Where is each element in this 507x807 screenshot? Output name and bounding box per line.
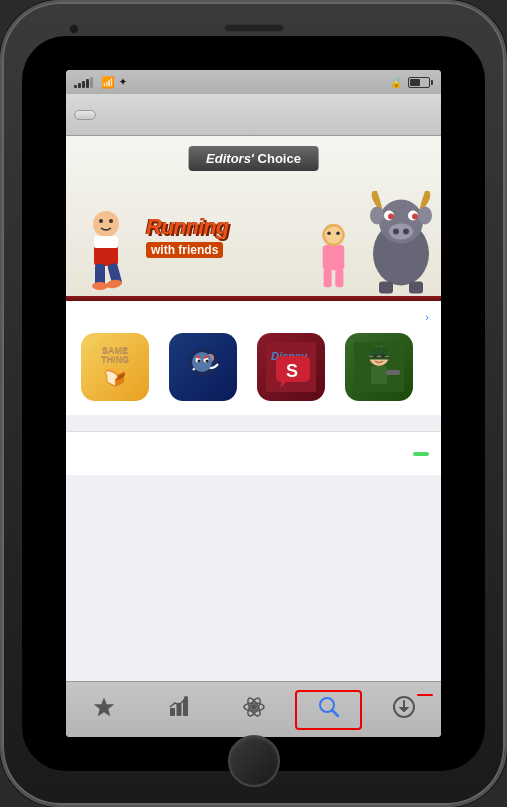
phone-outer: 📶 ✦ 🔒 <box>0 0 507 807</box>
svg-point-32 <box>192 352 212 372</box>
running-text: Running <box>146 214 228 240</box>
character-left <box>76 206 136 296</box>
svg-rect-45 <box>386 370 400 375</box>
battery-tip <box>431 80 433 85</box>
signal-bar-4 <box>86 79 89 88</box>
svg-point-44 <box>381 354 385 358</box>
content-area: Editors' Choice <box>66 136 441 681</box>
battery-indicator <box>408 77 433 88</box>
with-friends-text: with friends <box>146 242 223 258</box>
home-button[interactable] <box>228 735 280 787</box>
running-inner <box>169 333 237 401</box>
signal-bar-2 <box>78 83 81 88</box>
signal-bars <box>74 77 93 88</box>
app-item-story[interactable]: Disney S <box>250 333 332 407</box>
free-badge <box>413 452 429 456</box>
featured-star-icon <box>93 696 115 718</box>
editors-italic: Editors' <box>206 151 254 166</box>
speaker <box>224 24 284 32</box>
svg-rect-14 <box>324 269 332 287</box>
wifi-icon: 📶 <box>101 76 115 89</box>
svg-point-5 <box>92 282 108 290</box>
categories-button[interactable] <box>74 110 96 120</box>
svg-rect-2 <box>94 236 118 248</box>
story-app-art: Disney S <box>266 342 316 392</box>
updates-download-icon <box>393 696 415 718</box>
svg-point-20 <box>389 224 413 240</box>
tab-featured[interactable] <box>66 692 141 728</box>
tab-updates[interactable] <box>366 692 441 728</box>
svg-line-55 <box>332 710 338 716</box>
tab-top-charts[interactable] <box>141 692 216 728</box>
app-item-running[interactable] <box>162 333 244 407</box>
svg-point-49 <box>184 696 188 700</box>
app-icon-running <box>169 333 237 401</box>
app-icon-same-thing: SAMETHING 🍞 <box>81 333 149 401</box>
section-header: › <box>66 301 441 329</box>
search-icon <box>318 696 340 722</box>
story-inner: Disney S <box>257 333 325 401</box>
nav-bar <box>66 94 441 136</box>
app-downloads-section <box>66 431 441 475</box>
svg-point-35 <box>198 360 201 363</box>
featured-banner: Editors' Choice <box>66 136 441 296</box>
svg-text:S: S <box>286 361 298 381</box>
battery-fill <box>410 79 420 86</box>
blitz-app-art <box>354 342 404 392</box>
svg-point-36 <box>206 360 209 363</box>
choice-text: Choice <box>254 151 301 166</box>
tab-genius[interactable] <box>216 692 291 728</box>
signal-bar-3 <box>82 81 85 88</box>
new-noteworthy-section: › SAMETHING 🍞 <box>66 301 441 415</box>
same-thing-icon: 🍞 <box>104 366 126 388</box>
apps-row: SAMETHING 🍞 <box>66 329 441 415</box>
camera <box>69 24 79 34</box>
svg-point-19 <box>418 207 432 225</box>
lock-icon: 🔒 <box>390 77 402 88</box>
battery-body <box>408 77 430 88</box>
svg-point-21 <box>393 229 399 235</box>
see-all-link[interactable]: › <box>423 311 429 323</box>
svg-point-43 <box>373 354 377 358</box>
svg-point-7 <box>99 219 103 223</box>
blitz-inner <box>345 333 413 401</box>
game-logo: Running with friends <box>146 214 228 258</box>
tab-search[interactable] <box>291 692 366 728</box>
search-magnifier-icon <box>318 696 340 718</box>
svg-point-13 <box>336 232 340 236</box>
running-app-art <box>178 342 228 392</box>
location-icon: ✦ <box>119 77 127 87</box>
svg-rect-27 <box>379 282 393 294</box>
svg-point-0 <box>93 211 119 237</box>
signal-bar-1 <box>74 85 77 88</box>
screen: 📶 ✦ 🔒 <box>66 70 441 737</box>
updates-badge <box>417 694 433 696</box>
banner-art: Running with friends <box>66 176 441 296</box>
phone-inner: 📶 ✦ 🔒 <box>22 36 485 771</box>
svg-rect-48 <box>183 699 188 716</box>
same-thing-text: SAMETHING <box>101 346 129 364</box>
tab-bar <box>66 681 441 737</box>
updates-icon <box>393 696 415 722</box>
status-bar: 📶 ✦ 🔒 <box>66 70 441 94</box>
svg-rect-46 <box>170 708 175 716</box>
app-item-blitz[interactable] <box>338 333 420 407</box>
svg-rect-28 <box>409 282 423 294</box>
status-right: 🔒 <box>390 77 433 88</box>
character-bull <box>361 191 441 296</box>
chevron-right-icon: › <box>425 311 429 323</box>
app-item-same-thing[interactable]: SAMETHING 🍞 <box>74 333 156 407</box>
featured-icon <box>93 696 115 722</box>
same-thing-inner: SAMETHING 🍞 <box>81 333 149 401</box>
svg-point-12 <box>327 232 331 236</box>
section-gap <box>66 415 441 423</box>
svg-point-26 <box>412 214 418 220</box>
top-charts-icon <box>168 696 190 722</box>
signal-bar-5 <box>90 77 93 88</box>
app-icon-story: Disney S <box>257 333 325 401</box>
character-center-girl <box>311 221 356 296</box>
svg-rect-42 <box>371 366 387 384</box>
svg-point-22 <box>403 229 409 235</box>
svg-rect-15 <box>335 269 343 287</box>
svg-point-25 <box>388 214 394 220</box>
